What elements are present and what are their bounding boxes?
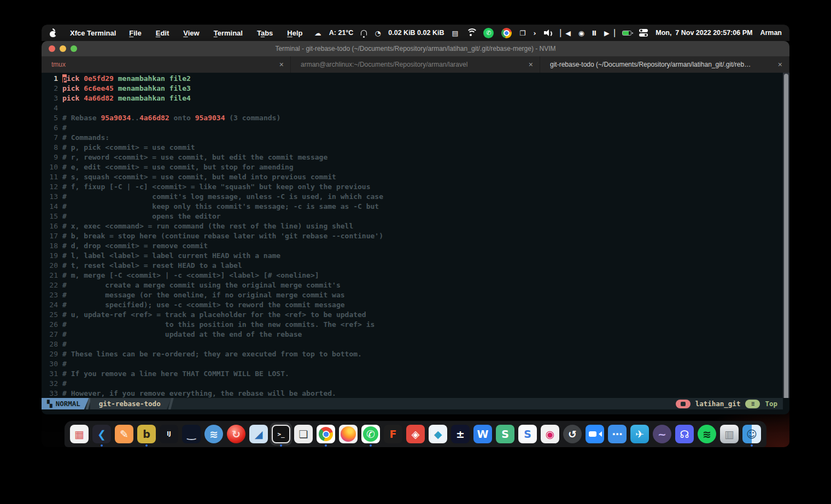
git-icon-badge bbox=[676, 400, 690, 408]
dock-figma[interactable]: F bbox=[383, 422, 403, 446]
editor-line-32: 32# bbox=[42, 379, 783, 389]
s-logo-app-icon: S bbox=[518, 425, 537, 443]
dock-text-editor[interactable]: ✎ bbox=[114, 422, 134, 446]
winbox-icon: ≋ bbox=[204, 425, 223, 443]
battery-icon[interactable] bbox=[622, 31, 631, 36]
dock-s-logo-app[interactable]: S bbox=[518, 422, 537, 446]
line-number: 28 bbox=[42, 339, 58, 349]
dock-firefox[interactable] bbox=[338, 422, 358, 446]
dock-whatsapp[interactable]: ✆ bbox=[361, 422, 381, 446]
menubar-menus: FileEditViewTerminalTabsHelp bbox=[129, 29, 302, 37]
menu-view[interactable]: View bbox=[183, 29, 199, 37]
titlebar[interactable]: Terminal - git-rebase-todo (~/Documents/… bbox=[42, 41, 789, 56]
chrome-tray-icon[interactable] bbox=[501, 28, 512, 38]
command-line[interactable] bbox=[42, 409, 789, 414]
tab-close-icon[interactable]: × bbox=[778, 60, 782, 69]
dock-chrome[interactable] bbox=[316, 422, 336, 446]
dock-discord[interactable]: ☊ bbox=[675, 422, 694, 446]
dock-bruno[interactable]: b bbox=[137, 422, 156, 446]
dock-winbox[interactable]: ≋ bbox=[204, 422, 224, 446]
dock-telegram[interactable]: ✈ bbox=[630, 422, 649, 446]
editor-line-29: 29# These lines can be re-ordered; they … bbox=[42, 349, 783, 359]
tabbar: tmux×arman@archlinux:~/Documents/Reposit… bbox=[42, 56, 789, 73]
hexagon-pulse-app-icon: ◆ bbox=[429, 425, 447, 443]
dock-screen-mirror[interactable]: ❏ bbox=[294, 422, 313, 446]
line-number: 21 bbox=[42, 271, 58, 280]
line-number: 12 bbox=[42, 182, 58, 192]
dock-calculator[interactable]: ± bbox=[450, 422, 470, 446]
dock-terminal[interactable]: >_ bbox=[271, 422, 291, 446]
dock-obs-studio[interactable]: ↺ bbox=[563, 422, 582, 446]
desktop: Xfce Terminal FileEditViewTerminalTabsHe… bbox=[42, 25, 789, 447]
user-label[interactable]: Arman bbox=[760, 29, 782, 37]
dock-intellij-idea[interactable]: IJ bbox=[159, 422, 179, 446]
dock-purple-wave-app[interactable]: ~ bbox=[652, 422, 672, 446]
trash-icon: ▥ bbox=[720, 425, 739, 443]
menu-edit[interactable]: Edit bbox=[156, 29, 169, 37]
dock-hexagon-pulse-app[interactable]: ◆ bbox=[428, 422, 448, 446]
dock-launchpad[interactable]: ▦ bbox=[69, 422, 89, 446]
editor-line-6: 6# bbox=[42, 123, 783, 133]
terminal-tab-2[interactable]: arman@archlinux:~/Documents/Repository/a… bbox=[291, 56, 540, 73]
editor-line-16: 16# x, exec <command> = run command (the… bbox=[42, 221, 783, 231]
editor-line-3: 3pick 4a66d82 menambahkan file4 bbox=[42, 93, 783, 103]
terminal-tab-3[interactable]: git-rebase-todo (~/Documents/Repository/… bbox=[540, 56, 789, 73]
dock-vscode[interactable]: ❮ bbox=[92, 422, 112, 446]
menu-tabs[interactable]: Tabs bbox=[257, 29, 273, 37]
apple-menu-icon[interactable] bbox=[49, 28, 57, 37]
wifi-icon[interactable] bbox=[470, 34, 472, 36]
line-number: 20 bbox=[42, 261, 58, 271]
line-number: 17 bbox=[42, 231, 58, 241]
toggles-icon[interactable] bbox=[639, 29, 648, 37]
vscode-icon: ❮ bbox=[92, 425, 111, 443]
volume-icon[interactable] bbox=[544, 30, 553, 36]
notification-bell-icon[interactable] bbox=[361, 30, 367, 36]
window-switcher-icon[interactable]: ❐ bbox=[519, 29, 525, 37]
clipboard-icon[interactable]: ▤ bbox=[452, 29, 458, 37]
editor-line-21: 21# m, merge [-C <commit> | -c <commit>]… bbox=[42, 271, 783, 280]
editor-area[interactable]: 1pick 0e5fd29 menambahkan file22pick 6c6… bbox=[42, 73, 789, 398]
whatsapp-tray-icon[interactable]: ✆ bbox=[483, 28, 494, 38]
menu-help[interactable]: Help bbox=[287, 29, 302, 37]
line-number: 3 bbox=[42, 93, 58, 103]
menu-terminal[interactable]: Terminal bbox=[214, 29, 243, 37]
line-number: 19 bbox=[42, 251, 58, 261]
dock-camera-app[interactable]: ◉ bbox=[540, 422, 560, 446]
line-number: 9 bbox=[42, 153, 58, 162]
figma-icon: F bbox=[384, 425, 402, 443]
tab-close-icon[interactable]: × bbox=[529, 60, 533, 69]
tab-close-icon[interactable]: × bbox=[279, 60, 284, 69]
dock-zoom[interactable] bbox=[585, 422, 605, 446]
dock-trash[interactable]: ▥ bbox=[719, 422, 739, 446]
chevron-icon[interactable]: › bbox=[533, 29, 536, 37]
menu-file[interactable]: File bbox=[129, 29, 141, 37]
tab-title: git-rebase-todo (~/Documents/Repository/… bbox=[550, 61, 773, 68]
editor-line-20: 20# t, reset <label> = reset HEAD to a l… bbox=[42, 261, 783, 271]
dock-ghost-terminal[interactable]: ‿ bbox=[182, 422, 201, 446]
media-previous-icon[interactable]: ▏◀ bbox=[560, 29, 571, 37]
media-pause-icon[interactable]: Ⅱ bbox=[592, 29, 596, 37]
terminal-tab-1[interactable]: tmux× bbox=[42, 56, 291, 73]
dock-wps-writer[interactable]: W bbox=[473, 422, 493, 446]
clock-label[interactable]: Mon, 7 Nov 2022 20:57:06 PM bbox=[656, 29, 752, 37]
scrollbar[interactable] bbox=[783, 73, 789, 398]
dock-red-diamond-app[interactable]: ◈ bbox=[406, 422, 425, 446]
running-indicator bbox=[101, 444, 103, 447]
dock-spotify[interactable]: ≋ bbox=[697, 422, 717, 446]
weather-icon[interactable]: ☁ bbox=[314, 29, 321, 37]
dock-red-orb[interactable]: ↻ bbox=[226, 422, 246, 446]
line-number: 23 bbox=[42, 290, 58, 300]
editor-line-19: 19# l, label <label> = label current HEA… bbox=[42, 251, 783, 261]
scrollbar-thumb[interactable] bbox=[784, 74, 788, 398]
discord-icon: ☊ bbox=[675, 425, 694, 443]
media-record-icon[interactable]: ◉ bbox=[578, 29, 584, 37]
media-next-icon[interactable]: ▶▕ bbox=[604, 29, 615, 37]
dock-finder[interactable]: ☺ bbox=[742, 422, 762, 446]
gauge-icon[interactable]: ◔ bbox=[374, 29, 381, 37]
dock-wireshark[interactable]: ◢ bbox=[249, 422, 268, 446]
dock-wps-spreadsheets[interactable]: S bbox=[495, 422, 515, 446]
running-indicator bbox=[280, 444, 282, 447]
editor-line-31: 31# If you remove a line here THAT COMMI… bbox=[42, 369, 783, 379]
dock-mindmap-app[interactable]: ⋯ bbox=[607, 422, 627, 446]
editor-line-23: 23# message (or the oneline, if no origi… bbox=[42, 290, 783, 300]
